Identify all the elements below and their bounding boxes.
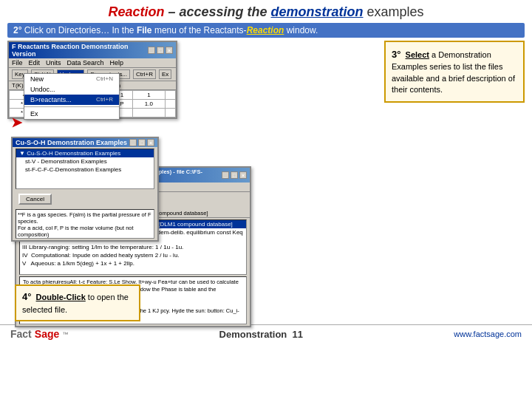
left-panel: F Reactants Reaction Demonstration Versi…	[7, 41, 259, 321]
tree-item-1[interactable]: ▼ Cu-S-O-H Demonstration Examples	[16, 149, 154, 157]
menu-item-reactants[interactable]: B>reactants...Ctrl+R	[24, 95, 119, 105]
demo-tree-titlebar: Cu-S-O-H Demonstration Examples _ □ ×	[13, 138, 157, 147]
logo-sage-text: Sage	[35, 328, 59, 340]
step2-number: 2°	[13, 25, 21, 35]
title-separator: – accessing the	[164, 4, 270, 19]
demo-minimize-btn[interactable]: _	[129, 139, 137, 146]
file-item-5[interactable]: V Aqueous: a 1/km 5(deg) + 1x + 1 + 2llp…	[20, 259, 246, 267]
demo-description-text: **F is a gas species. F(alm) is the part…	[16, 209, 154, 239]
filedir-maximize[interactable]: □	[231, 171, 238, 179]
title-rest: examples	[364, 4, 424, 19]
factsage-logo: FactSage™	[10, 328, 68, 340]
file-item-3[interactable]: III Library-ranging: setting 1/lm to the…	[20, 243, 246, 251]
cancel-button[interactable]: Cancel	[18, 194, 52, 205]
file-dir-controls[interactable]: _ □ ×	[222, 171, 247, 179]
footer-url: www.factsage.com	[454, 330, 522, 338]
demo-tree-window: Cu-S-O-H Demonstration Examples _ □ × ▼ …	[11, 137, 159, 242]
footer-demo-label: Demonstration 11	[219, 329, 303, 340]
filedir-close[interactable]: ×	[239, 171, 247, 179]
menu-edit[interactable]: Edit	[29, 59, 41, 66]
reaction-title-text: Reaction	[108, 4, 164, 19]
right-panel: 3° Select a Demonstration Examples serie…	[265, 41, 525, 321]
file-item-4[interactable]: IV Computational: Inpude on added heaty …	[20, 251, 246, 259]
reactants-title-text: F Reactants Reaction Demonstration Versi…	[12, 43, 148, 58]
menu-units[interactable]: Units	[46, 59, 61, 66]
demo-highlight-text: demonstration	[271, 4, 364, 19]
page-title: Reaction – accessing the demonstration e…	[0, 0, 532, 23]
tree-item-3[interactable]: st-F-C-F-C-Demonstration Examples	[16, 166, 154, 174]
tree-item-2[interactable]: st-V - Demonstration Examples	[16, 157, 154, 166]
reactants-window: F Reactants Reaction Demonstration Versi…	[7, 41, 177, 119]
main-content: F Reactants Reaction Demonstration Versi…	[7, 41, 525, 321]
callout3-number: 3°	[392, 49, 400, 60]
minimize-btn[interactable]: _	[148, 47, 155, 54]
demo-tree-controls[interactable]: _ □ ×	[129, 139, 154, 146]
menu-item-ex[interactable]: Ex	[24, 109, 119, 119]
window-controls[interactable]: _ □ ×	[148, 47, 173, 54]
callout3-box: 3° Select a Demonstration Examples serie…	[384, 41, 525, 103]
reaction-link: Reaction	[247, 25, 284, 35]
menu-item-undoc[interactable]: Undoc...	[24, 84, 119, 95]
callout3-bold: Select	[406, 50, 429, 59]
demo-maximize-btn[interactable]: □	[138, 139, 146, 146]
menu-datasearch[interactable]: Data Search	[67, 59, 104, 66]
menu-separator	[24, 106, 119, 107]
toolbar-ex[interactable]: Ex	[159, 69, 171, 79]
step4-bold: Double-Click	[36, 293, 86, 301]
arrow-pointer-1: ➤	[11, 115, 22, 131]
demo-tree-list[interactable]: ▼ Cu-S-O-H Demonstration Examples st-V -…	[16, 149, 154, 189]
menu-file[interactable]: File	[12, 59, 23, 66]
maximize-btn[interactable]: □	[157, 47, 164, 54]
reactants-menubar[interactable]: File Edit Units Data Search Help	[9, 58, 176, 68]
cancel-area: Cancel	[13, 191, 157, 208]
step2-instruction: 2° Click on Directories… In the File men…	[7, 23, 525, 38]
close-btn[interactable]: ×	[166, 47, 173, 54]
demo-close-btn[interactable]: ×	[147, 139, 154, 146]
reactants-titlebar: F Reactants Reaction Demonstration Versi…	[9, 42, 176, 58]
step4-callout: 4° Double-Click to open the selected fil…	[15, 284, 140, 321]
filedir-minimize[interactable]: _	[222, 171, 229, 179]
menu-item-new[interactable]: NewCtrl+N	[24, 74, 119, 84]
demo-tree-title-text: Cu-S-O-H Demonstration Examples	[16, 139, 127, 146]
file-dropdown-menu[interactable]: NewCtrl+N Undoc... B>reactants...Ctrl+R …	[24, 73, 120, 120]
toolbar-ctrlr[interactable]: Ctrl+R	[133, 69, 156, 79]
menu-help[interactable]: Help	[110, 59, 124, 66]
step4-number: 4°	[22, 291, 31, 302]
logo-fact-text: Fact	[10, 328, 32, 340]
logo-tm: ™	[62, 331, 68, 338]
